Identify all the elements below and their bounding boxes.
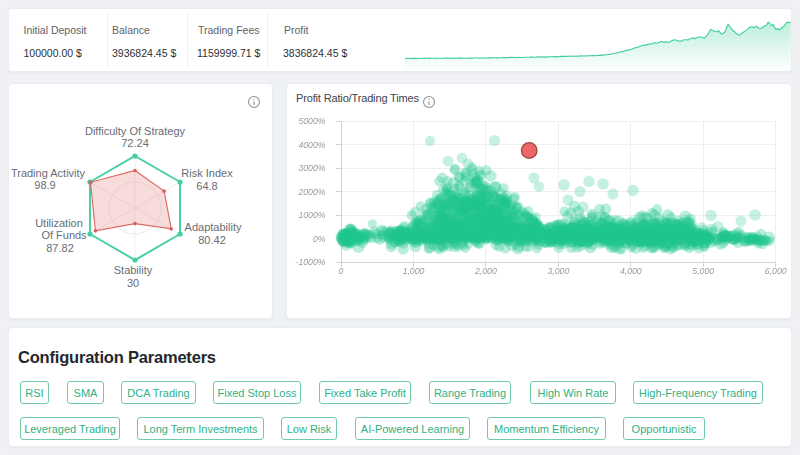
svg-text:2,000: 2,000 [474, 266, 497, 276]
svg-text:30: 30 [127, 277, 139, 289]
svg-text:0: 0 [339, 266, 344, 276]
svg-text:2000%: 2000% [297, 187, 325, 197]
svg-text:Stability: Stability [114, 264, 153, 276]
svg-text:4,000: 4,000 [620, 266, 642, 276]
svg-text:98.9: 98.9 [34, 179, 55, 191]
svg-text:0%: 0% [313, 234, 326, 244]
svg-text:5,000: 5,000 [692, 266, 714, 276]
svg-text:3000%: 3000% [298, 163, 325, 173]
svg-text:Of Funds: Of Funds [41, 229, 87, 241]
svg-text:3,000: 3,000 [548, 266, 570, 276]
svg-text:Risk Index: Risk Index [181, 167, 233, 179]
svg-text:4000%: 4000% [298, 140, 325, 150]
svg-text:6,000: 6,000 [765, 266, 787, 276]
svg-text:Trading Activity: Trading Activity [11, 167, 86, 179]
svg-text:1,000: 1,000 [403, 266, 425, 276]
svg-text:5000%: 5000% [298, 116, 325, 126]
svg-text:87.82: 87.82 [46, 242, 74, 254]
svg-text:1000%: 1000% [298, 210, 325, 220]
svg-text:80.42: 80.42 [198, 234, 226, 246]
svg-text:Utilization: Utilization [35, 217, 83, 229]
svg-text:Adaptability: Adaptability [185, 221, 242, 233]
svg-text:-1000%: -1000% [296, 257, 326, 267]
svg-text:72.24: 72.24 [121, 137, 149, 149]
svg-text:Difficulty Of Strategy: Difficulty Of Strategy [85, 125, 186, 137]
svg-text:64.8: 64.8 [196, 180, 217, 192]
